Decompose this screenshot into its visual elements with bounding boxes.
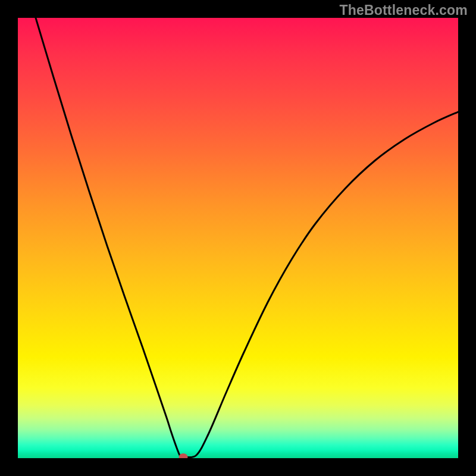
- chart-frame: TheBottleneck.com: [0, 0, 476, 476]
- curve-svg: [18, 18, 458, 458]
- bottleneck-curve: [36, 18, 458, 458]
- watermark-text: TheBottleneck.com: [339, 2, 468, 18]
- plot-area: [18, 18, 458, 458]
- minimum-marker: [179, 453, 188, 458]
